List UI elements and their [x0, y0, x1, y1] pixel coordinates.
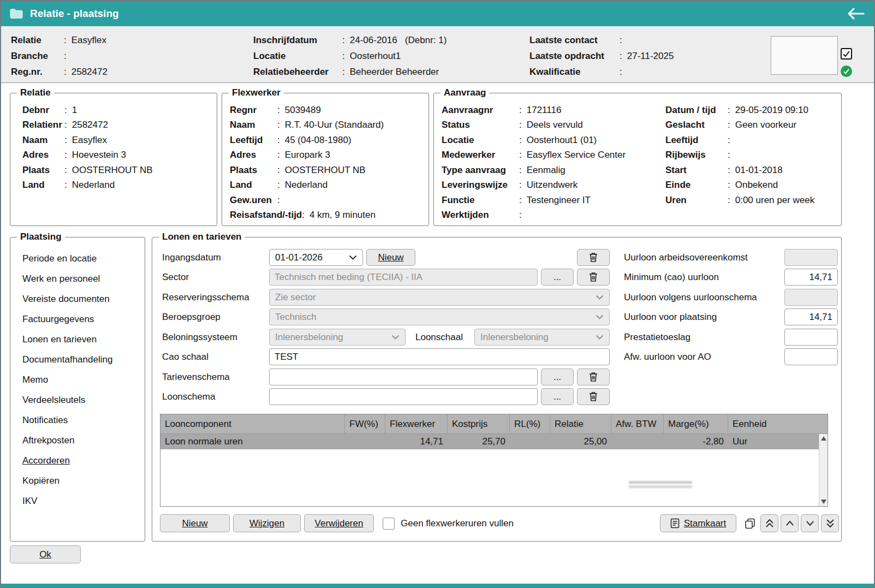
sidebar-item-ikv[interactable]: IKV: [10, 491, 145, 511]
tarievenschema-input[interactable]: [269, 369, 538, 385]
sidebar-item-lonen-en-tarieven[interactable]: Lonen en tarieven: [10, 329, 145, 349]
field-value: 27-11-2025: [627, 51, 674, 62]
field-row-start: Start01-01-2018: [665, 163, 814, 178]
check-icon: [842, 50, 850, 58]
field-row-leveringswijze: LeveringswijzeUitzendwerk: [442, 178, 626, 193]
back-button[interactable]: [846, 7, 865, 21]
field-row-naam: NaamR.T. 40-Uur (Standaard): [230, 118, 428, 133]
sector-browse-button[interactable]: ...: [541, 269, 574, 286]
field-label: Reisafstand/-tijd: [230, 210, 302, 221]
stamkaart-icon: [670, 518, 680, 528]
minimum-cao-uurloon-input[interactable]: [784, 269, 838, 286]
field-value: 2582472: [72, 120, 108, 130]
field-row-gew-uren: Gew.uren: [230, 193, 428, 208]
scroll-down-icon[interactable]: [821, 500, 826, 504]
table-scrollbar[interactable]: [819, 434, 828, 506]
check-icon: [843, 68, 850, 75]
sidebar-item-kopieren[interactable]: Kopiëren: [10, 471, 145, 491]
loonschema-input[interactable]: [269, 388, 538, 405]
geen-flexwerkeruren-checkbox[interactable]: [383, 518, 395, 530]
sidebar-item-verdeelsleutels[interactable]: Verdeelsleutels: [10, 390, 145, 410]
field-row-rijbewijs: Rijbewijs: [665, 148, 814, 163]
field-label: Leeftijd: [665, 135, 728, 146]
cao-schaal-input[interactable]: [269, 348, 610, 365]
ellipsis-icon: ...: [553, 391, 561, 402]
checkbox-label: Geen flexwerkeruren vullen: [401, 518, 514, 529]
header-field-laatste-contact: Laatste contact: [529, 32, 674, 48]
header-field-relatie: RelatieEasyflex: [11, 32, 108, 48]
field-label: Gew.uren: [230, 195, 277, 206]
scroll-up-icon[interactable]: [821, 436, 826, 441]
field-value: OOSTERHOUT NB: [285, 165, 366, 176]
sector-delete-button[interactable]: [577, 269, 610, 286]
tarievenschema-browse-button[interactable]: ...: [541, 369, 574, 385]
sidebar-item-accorderen[interactable]: Accorderen: [10, 450, 145, 471]
field-value: Easyflex Service Center: [527, 150, 626, 161]
prestatietoeslag-input[interactable]: [784, 329, 838, 346]
table-body: Loon normale uren 14,71 25,70 25,00 -2,8…: [160, 434, 819, 506]
ok-button[interactable]: Ok: [10, 545, 81, 563]
nieuw-ingangsdatum-button[interactable]: Nieuw: [366, 249, 415, 266]
field-row-naam: NaamEasyflex: [22, 133, 217, 148]
field-value: R.T. 40-Uur (Standaard): [285, 120, 384, 130]
field-row-status: StatusDeels vervuld: [442, 118, 626, 133]
field-row-plaats: PlaatsOOSTERHOUT NB: [22, 163, 217, 178]
field-value: 01-01-2018: [735, 165, 783, 176]
legend-lonen-en-tarieven: Lonen en tarieven: [159, 231, 245, 242]
wijzigen-button[interactable]: Wijzigen: [233, 514, 301, 532]
nieuw-looncomponent-button[interactable]: Nieuw: [160, 514, 230, 532]
beloningssysteem-label: Beloningssysteem: [162, 329, 237, 346]
sidebar-item-notificaties[interactable]: Notificaties: [10, 410, 145, 430]
chevron-up-button[interactable]: [781, 514, 799, 532]
sidebar-item-memo[interactable]: Memo: [10, 370, 145, 390]
uurloon-voor-plaatsing-input[interactable]: [784, 308, 838, 325]
status-ok-icon: [841, 66, 852, 77]
field-label: Medewerker: [442, 150, 519, 161]
afw-uurloon-ao-label: Afw. uurloon voor AO: [624, 348, 711, 365]
ingangsdatum-select[interactable]: 01-01-2026: [269, 249, 363, 266]
beroepsgroep-label: Beroepsgroep: [162, 308, 221, 325]
tarievenschema-delete-button[interactable]: [577, 369, 610, 385]
field-row-geslacht: GeslachtGeen voorkeur: [665, 118, 814, 133]
legend-plaatsing: Plaatsing: [17, 231, 65, 242]
afw-uurloon-ao-input[interactable]: [784, 348, 838, 365]
header-checked-checkbox[interactable]: [841, 48, 852, 60]
beroepsgroep-select: Technisch: [269, 308, 610, 325]
field-row-relatienr: Relatienr2582472: [22, 118, 217, 133]
double-chevron-up-icon: [764, 518, 775, 528]
sidebar-item-aftrekposten[interactable]: Aftrekposten: [10, 430, 145, 450]
table-row-loon-normale-uren[interactable]: Loon normale uren 14,71 25,70 25,00 -2,8…: [160, 434, 819, 449]
chevron-down-button[interactable]: [801, 514, 819, 532]
field-label: Branche: [11, 51, 64, 62]
header-cell-looncomponent: Looncomponent: [160, 414, 345, 433]
sidebar-item-factuurgegevens[interactable]: Factuurgegevens: [10, 309, 145, 329]
loonschema-delete-button[interactable]: [577, 388, 610, 405]
cell-kostprijs: 25,70: [448, 434, 510, 449]
trash-icon: [589, 391, 598, 402]
field-label: Type aanvraag: [442, 165, 519, 176]
sidebar-item-periode-en-locatie[interactable]: Periode en locatie: [10, 248, 145, 269]
verwijderen-button[interactable]: Verwijderen: [304, 514, 374, 532]
header-cell-relatie: Relatie: [550, 414, 611, 433]
sidebar-item-vereiste-documenten[interactable]: Vereiste documenten: [10, 289, 145, 309]
ingangsdatum-delete-button[interactable]: [577, 249, 610, 266]
copy-button[interactable]: [742, 516, 758, 531]
field-label: Land: [22, 180, 64, 191]
loonschema-browse-button[interactable]: ...: [541, 388, 574, 405]
stamkaart-button[interactable]: Stamkaart: [660, 514, 736, 532]
tarievenschema-label: Tarievenschema: [162, 369, 230, 385]
double-chevron-up-button[interactable]: [760, 514, 778, 532]
field-label: Kwalificatie: [529, 67, 620, 78]
field-value: 1721116: [527, 105, 562, 116]
field-label: Einde: [665, 180, 728, 191]
double-chevron-down-button[interactable]: [821, 514, 839, 532]
minimum-cao-uurloon-label: Minimum (cao) uurloon: [624, 269, 719, 286]
header-field-inschrijfdatum: Inschrijfdatum24-06-2016 (Debnr: 1): [253, 32, 447, 48]
chevron-down-icon: [596, 314, 604, 319]
plaatsing-menu: Periode en locatie Werk en personeel Ver…: [10, 237, 145, 511]
chevron-down-icon: [391, 335, 400, 340]
empty-preview-box: [771, 36, 838, 75]
field-label: Uren: [665, 195, 728, 206]
sidebar-item-werk-en-personeel[interactable]: Werk en personeel: [10, 269, 145, 289]
sidebar-item-documentafhandeling[interactable]: Documentafhandeling: [10, 349, 145, 370]
